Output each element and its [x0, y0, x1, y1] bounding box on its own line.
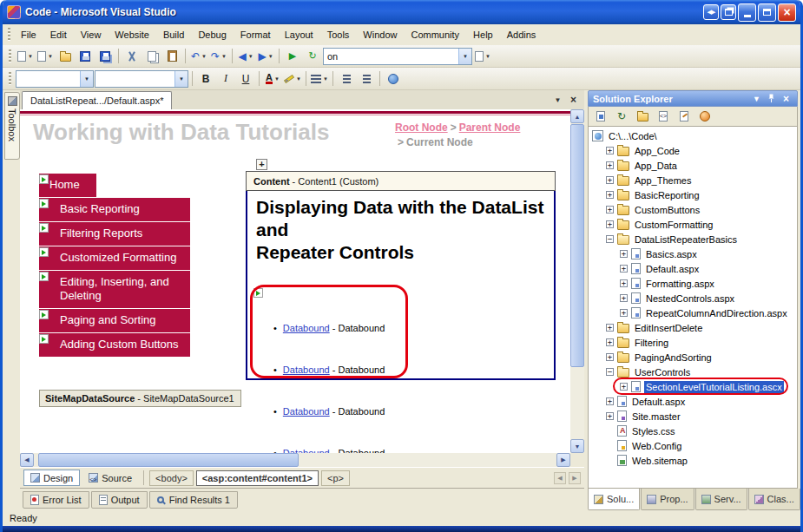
tree-item-edit-insert-delete[interactable]: +EditInsertDelete [589, 320, 797, 335]
solution-tree[interactable]: C:\...\Code\ +App_Code +App_Data +App_Th… [588, 127, 798, 489]
title-bar[interactable]: Code - Microsoft Visual Studio ◀▶ × [3, 0, 800, 24]
tree-item-root[interactable]: C:\...\Code\ [589, 128, 797, 143]
open-file-button[interactable] [56, 47, 75, 65]
tree-item-app-code[interactable]: +App_Code [589, 143, 797, 158]
navigate-backward-button[interactable]: ◀▼ [236, 47, 255, 65]
vertical-scroll-thumb[interactable] [570, 124, 584, 367]
expander-plus-icon[interactable]: + [620, 294, 628, 302]
properties-button[interactable] [592, 108, 609, 124]
menu-item-edit[interactable]: Edit [43, 26, 74, 43]
tree-item-default-aspx[interactable]: +Default.aspx [589, 394, 797, 409]
find-results-tab[interactable]: Find Results 1 [149, 491, 238, 509]
save-button[interactable] [76, 47, 95, 65]
titlebar-nav-arrows-button[interactable]: ◀▶ [703, 4, 719, 20]
add-new-item-button[interactable]: ▼ [36, 47, 55, 65]
expander-plus-icon[interactable]: + [606, 206, 614, 213]
menu-item-tools[interactable]: Tools [320, 26, 357, 43]
menu-item-layout[interactable]: Layout [278, 26, 320, 43]
toolbox-tab[interactable]: Toolbox [4, 92, 20, 160]
databound-link[interactable]: Databound [283, 406, 330, 417]
view-code-button[interactable] [655, 108, 672, 124]
expander-plus-icon[interactable]: + [606, 353, 614, 361]
tab-list-dropdown-button[interactable]: ▼ [551, 94, 564, 106]
redo-button[interactable]: ↷▼ [209, 47, 228, 65]
new-project-button[interactable]: ▼ [16, 47, 35, 65]
expander-plus-icon[interactable]: + [606, 397, 614, 405]
nav-item-home[interactable]: Home [39, 174, 96, 197]
expander-plus-icon[interactable]: + [620, 279, 628, 287]
tree-item-section-level-tutorial-listing[interactable]: +SectionLevelTutorialListing.ascx [589, 379, 797, 394]
tree-item-app-themes[interactable]: +App_Themes [589, 173, 797, 187]
save-all-button[interactable] [95, 47, 115, 65]
scroll-down-button[interactable]: ▼ [570, 439, 584, 453]
tag-navigator-content[interactable]: <asp:content#content1> [196, 470, 319, 486]
error-list-tab[interactable]: Error List [23, 491, 89, 509]
document-tab[interactable]: DataListRepeat.../Default.aspx* [22, 91, 172, 109]
nav-item-filtering-reports[interactable]: Filtering Reports [39, 222, 190, 246]
tag-navigator-body[interactable]: <body> [149, 470, 194, 486]
expander-plus-icon[interactable]: + [606, 324, 614, 332]
tag-navigator-p[interactable]: <p> [321, 470, 350, 486]
smart-tag-icon[interactable] [253, 288, 263, 298]
menu-item-window[interactable]: Window [356, 26, 404, 43]
smart-tag-icon[interactable] [39, 174, 49, 184]
design-view-tab[interactable]: Design [23, 470, 80, 486]
move-handle-icon[interactable]: + [256, 159, 267, 170]
tree-item-site-master[interactable]: +Site.master [589, 409, 797, 424]
tree-item-app-data[interactable]: +App_Data [589, 158, 797, 173]
tree-item-styles-css[interactable]: Styles.css [589, 424, 797, 438]
refresh-button[interactable]: ↻ [613, 108, 630, 124]
menu-item-view[interactable]: View [74, 26, 109, 43]
font-color-button[interactable]: A▼ [263, 69, 282, 88]
tree-item-formatting-aspx[interactable]: +Formatting.aspx [589, 276, 797, 291]
maximize-button[interactable] [758, 3, 776, 22]
smart-tag-icon[interactable] [39, 199, 49, 208]
close-document-button[interactable]: × [567, 94, 580, 106]
tree-item-user-controls[interactable]: −UserControls [589, 365, 797, 379]
menu-item-debug[interactable]: Debug [191, 26, 233, 43]
minimize-button[interactable] [738, 3, 756, 22]
tag-scroll-left-button[interactable]: ◀ [554, 472, 566, 484]
horizontal-scrollbar[interactable]: ◀ ▶ [20, 453, 570, 467]
nav-item-basic-reporting[interactable]: Basic Reporting [39, 198, 190, 221]
block-format-combobox[interactable]: ▼ [16, 70, 94, 88]
menu-item-file[interactable]: File [14, 26, 43, 43]
expander-plus-icon[interactable]: + [606, 220, 614, 228]
source-view-tab[interactable]: Source [82, 470, 138, 486]
menu-item-format[interactable]: Format [234, 26, 278, 43]
italic-button[interactable]: I [216, 69, 235, 88]
output-tab[interactable]: Output [91, 491, 148, 509]
toolbar-combobox[interactable]: on ▼ [323, 48, 472, 65]
tree-item-paging-and-sorting[interactable]: +PagingAndSorting [589, 350, 797, 365]
alignment-button[interactable]: ▼ [310, 69, 329, 88]
smart-tag-icon[interactable] [39, 223, 49, 233]
menu-item-addins[interactable]: Addins [500, 26, 543, 43]
scroll-left-button[interactable]: ◀ [20, 453, 34, 467]
smart-tag-icon[interactable] [39, 247, 49, 257]
smart-tag-icon[interactable] [39, 310, 49, 319]
breadcrumb-root-link[interactable]: Root Node [395, 122, 448, 134]
navigate-forward-button[interactable]: ▶▼ [256, 47, 275, 65]
tag-scroll-right-button[interactable]: ▶ [569, 472, 581, 484]
expander-plus-icon[interactable]: + [620, 383, 628, 391]
tree-item-default-aspx-child[interactable]: +Default.aspx [589, 261, 797, 276]
combobox-dropdown-icon[interactable]: ▼ [458, 49, 471, 64]
close-panel-button[interactable]: × [780, 92, 793, 105]
expander-plus-icon[interactable]: + [620, 265, 628, 273]
bold-button[interactable]: B [196, 69, 215, 88]
expander-plus-icon[interactable]: + [606, 191, 614, 199]
menu-item-build[interactable]: Build [156, 26, 191, 43]
aspnet-configuration-button[interactable] [696, 108, 714, 124]
menu-item-help[interactable]: Help [466, 26, 500, 43]
smart-tag-icon[interactable] [39, 272, 49, 281]
window-position-button[interactable]: ▼ [750, 92, 763, 105]
menu-item-website[interactable]: Website [108, 26, 156, 43]
smart-tag-icon[interactable] [39, 334, 49, 344]
vertical-scrollbar[interactable]: ▲ ▼ [570, 109, 584, 453]
scroll-right-button[interactable]: ▶ [556, 453, 570, 467]
scroll-up-button[interactable]: ▲ [570, 109, 584, 123]
tree-item-basic-reporting[interactable]: +BasicReporting [589, 187, 797, 202]
content-control-header[interactable]: Content - Content1 (Custom) [246, 171, 556, 191]
solution-explorer-header[interactable]: Solution Explorer ▼ × [588, 90, 798, 107]
expander-plus-icon[interactable]: + [606, 161, 614, 169]
